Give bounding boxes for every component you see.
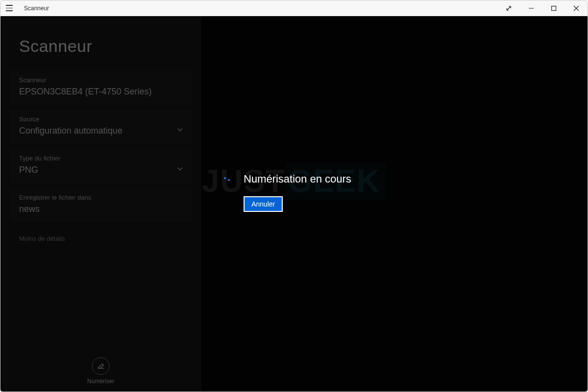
client-area: Scanneur Scanneur EPSON3C8EB4 (ET-4750 S… bbox=[0, 16, 588, 392]
scanner-selector[interactable]: Scanneur EPSON3C8EB4 (ET-4750 Series) bbox=[9, 70, 192, 105]
source-selector[interactable]: Source Configuration automatique bbox=[9, 110, 192, 144]
less-details-link[interactable]: Moins de détails bbox=[9, 227, 192, 250]
page-title: Scanneur bbox=[0, 16, 201, 70]
progress-status-text: Numérisation en cours bbox=[244, 173, 351, 185]
source-value: Configuration automatique bbox=[19, 126, 182, 136]
cancel-button[interactable]: Annuler bbox=[244, 196, 283, 212]
menu-icon[interactable] bbox=[3, 2, 15, 14]
spinner-icon bbox=[224, 174, 234, 184]
chevron-down-icon bbox=[177, 165, 183, 174]
scanner-value: EPSON3C8EB4 (ET-4750 Series) bbox=[19, 87, 182, 97]
filetype-value: PNG bbox=[19, 165, 182, 175]
scanning-progress-overlay: Numérisation en cours Annuler bbox=[224, 173, 351, 212]
window-title: Scanneur bbox=[24, 5, 49, 12]
source-label: Source bbox=[19, 115, 182, 123]
scanner-label: Scanneur bbox=[19, 76, 182, 84]
filetype-selector[interactable]: Type du fichier PNG bbox=[9, 149, 192, 183]
titlebar-right bbox=[498, 0, 588, 16]
save-location-label: Enregistrer le fichier dans bbox=[19, 194, 182, 201]
progress-row: Numérisation en cours bbox=[224, 173, 351, 185]
svg-rect-0 bbox=[552, 6, 556, 10]
close-icon[interactable] bbox=[565, 0, 588, 16]
scan-button-label: Numériser bbox=[0, 378, 201, 385]
titlebar-left: Scanneur bbox=[3, 2, 49, 14]
save-location-value: news bbox=[19, 204, 182, 214]
minimize-icon[interactable] bbox=[520, 0, 543, 16]
app-window: Scanneur Scanneur Scanneur EP bbox=[0, 0, 588, 392]
less-details-label: Moins de détails bbox=[19, 235, 182, 242]
save-location-selector[interactable]: Enregistrer le fichier dans news bbox=[9, 188, 192, 222]
titlebar: Scanneur bbox=[0, 0, 588, 16]
settings-list: Scanneur EPSON3C8EB4 (ET-4750 Series) So… bbox=[0, 70, 201, 250]
filetype-label: Type du fichier bbox=[19, 155, 182, 162]
scan-button[interactable]: Numériser bbox=[0, 357, 201, 385]
expand-icon[interactable] bbox=[498, 0, 520, 16]
chevron-down-icon bbox=[177, 126, 183, 135]
scan-icon bbox=[92, 357, 110, 375]
sidebar: Scanneur Scanneur EPSON3C8EB4 (ET-4750 S… bbox=[0, 16, 201, 392]
maximize-icon[interactable] bbox=[543, 0, 565, 16]
